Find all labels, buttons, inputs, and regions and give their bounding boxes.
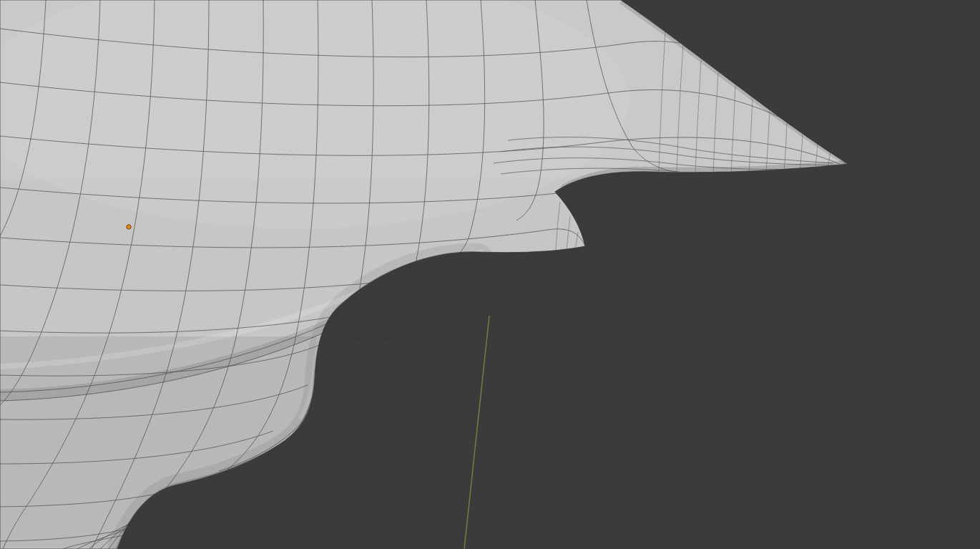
3d-viewport[interactable] (0, 0, 980, 549)
object-origin-icon[interactable] (127, 225, 131, 229)
viewport-canvas[interactable] (0, 0, 980, 549)
